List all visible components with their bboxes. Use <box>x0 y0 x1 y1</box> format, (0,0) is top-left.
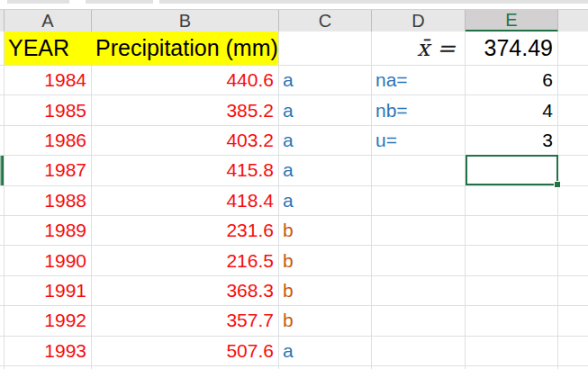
cell-empty[interactable] <box>558 95 588 125</box>
toolbar-bottom-edge <box>0 0 588 9</box>
column-header-a[interactable]: A <box>5 10 92 32</box>
cell-empty[interactable] <box>279 366 372 369</box>
data-row-1984: 1984 440.6 a na= 6 <box>0 66 588 95</box>
column-header-f-partial[interactable] <box>558 10 588 32</box>
data-row-1985: 1985 385.2 a nb= 4 <box>0 95 588 125</box>
data-row-1991: 1991 368.3 b <box>0 276 588 306</box>
cell-empty[interactable] <box>372 216 466 246</box>
cell-precip[interactable]: 231.6 <box>92 216 279 246</box>
cell-year[interactable]: 1993 <box>5 337 92 366</box>
cell-year[interactable]: 1985 <box>5 95 92 125</box>
column-header-b[interactable]: B <box>92 10 279 32</box>
cell-precip[interactable]: 440.6 <box>92 66 279 95</box>
cell-empty[interactable] <box>5 366 92 369</box>
cell-f1[interactable] <box>558 32 588 66</box>
cell-empty[interactable] <box>466 186 558 216</box>
toolbar-segment <box>86 0 153 4</box>
cell-precip[interactable]: 385.2 <box>92 95 279 125</box>
cell-group[interactable]: b <box>279 276 372 306</box>
cell-group[interactable]: a <box>279 126 372 156</box>
cell-empty[interactable] <box>558 246 588 275</box>
column-header-e-selected[interactable]: E <box>466 10 558 32</box>
cell-empty[interactable] <box>466 246 558 275</box>
cell-stat-label-u[interactable]: u= <box>372 126 466 156</box>
cell-empty[interactable] <box>558 276 588 306</box>
cell-grid: YEAR Precipitation (mm) x̄ = 374.49 1984… <box>0 32 588 369</box>
cell-empty[interactable] <box>558 366 588 369</box>
data-row-1993: 1993 507.6 a <box>0 337 588 366</box>
data-row-1990: 1990 216.5 b <box>0 246 588 275</box>
cell-precip[interactable]: 507.6 <box>92 337 279 366</box>
cell-group[interactable]: a <box>279 66 372 95</box>
cell-empty[interactable] <box>558 186 588 216</box>
toolbar-segment <box>159 0 588 4</box>
cell-b1-precip-label[interactable]: Precipitation (mm) <box>92 32 279 66</box>
cell-group[interactable]: a <box>279 156 372 185</box>
cell-year[interactable]: 1991 <box>5 276 92 306</box>
cell-empty[interactable] <box>372 366 466 369</box>
cell-group[interactable]: a <box>279 186 372 216</box>
cell-group[interactable]: a <box>279 95 372 125</box>
selected-cell-outline[interactable] <box>466 155 558 185</box>
cell-group[interactable]: b <box>279 216 372 246</box>
cell-empty[interactable] <box>558 337 588 366</box>
cell-stat-value-na[interactable]: 6 <box>466 66 558 95</box>
cell-group[interactable]: a <box>279 337 372 366</box>
data-row-1986: 1986 403.2 a u= 3 <box>0 126 588 156</box>
column-header-d[interactable]: D <box>372 10 466 32</box>
column-header-c[interactable]: C <box>279 10 372 32</box>
cell-precip[interactable]: 368.3 <box>92 276 279 306</box>
column-headers: A B C D E <box>0 9 588 32</box>
cell-precip[interactable]: 418.4 <box>92 186 279 216</box>
cell-c1[interactable] <box>279 32 372 66</box>
cell-stat-value-nb[interactable]: 4 <box>466 95 558 125</box>
cell-empty[interactable] <box>372 276 466 306</box>
data-row-1992: 1992 357.7 b <box>0 306 588 336</box>
cell-year[interactable]: 1986 <box>5 126 92 156</box>
partial-row <box>0 366 588 369</box>
cell-empty[interactable] <box>372 186 466 216</box>
data-row-1988: 1988 418.4 a <box>0 186 588 216</box>
cell-empty[interactable] <box>372 337 466 366</box>
cell-year[interactable]: 1984 <box>5 66 92 95</box>
cell-empty[interactable] <box>558 126 588 156</box>
cell-empty[interactable] <box>558 216 588 246</box>
cell-stat-label-nb[interactable]: nb= <box>372 95 466 125</box>
cell-empty[interactable] <box>466 276 558 306</box>
cell-year[interactable]: 1990 <box>5 246 92 275</box>
cell-empty[interactable] <box>372 246 466 275</box>
header-data-row: YEAR Precipitation (mm) x̄ = 374.49 <box>0 32 588 66</box>
cell-precip[interactable]: 403.2 <box>92 126 279 156</box>
cell-d1-mean-symbol[interactable]: x̄ = <box>372 32 466 66</box>
toolbar-segment <box>7 0 69 4</box>
cell-year[interactable]: 1992 <box>5 306 92 336</box>
cell-year[interactable]: 1987 <box>5 156 92 185</box>
cell-group[interactable]: b <box>279 246 372 275</box>
cell-empty[interactable] <box>558 306 588 336</box>
cell-precip[interactable]: 216.5 <box>92 246 279 275</box>
cell-stat-value-u[interactable]: 3 <box>466 126 558 156</box>
cell-year[interactable]: 1988 <box>5 186 92 216</box>
fill-handle[interactable] <box>554 181 561 188</box>
cell-precip[interactable]: 357.7 <box>92 306 279 336</box>
cell-precip[interactable]: 415.8 <box>92 156 279 185</box>
cell-empty[interactable] <box>466 366 558 369</box>
cell-empty[interactable] <box>92 366 279 369</box>
cell-stat-label-na[interactable]: na= <box>372 66 466 95</box>
cell-empty[interactable] <box>466 337 558 366</box>
cell-year[interactable]: 1989 <box>5 216 92 246</box>
cell-empty[interactable] <box>466 216 558 246</box>
cell-empty[interactable] <box>558 156 588 185</box>
cell-empty[interactable] <box>466 306 558 336</box>
data-row-1989: 1989 231.6 b <box>0 216 588 246</box>
cell-e1-mean-value[interactable]: 374.49 <box>466 32 558 66</box>
cell-a1-year-label[interactable]: YEAR <box>5 32 92 66</box>
cell-empty[interactable] <box>372 156 466 185</box>
cell-group[interactable]: b <box>279 306 372 336</box>
cell-empty[interactable] <box>372 306 466 336</box>
spreadsheet: A B C D E YEAR Precipitation (mm) x̄ = 3… <box>0 0 588 369</box>
cell-empty[interactable] <box>558 66 588 95</box>
